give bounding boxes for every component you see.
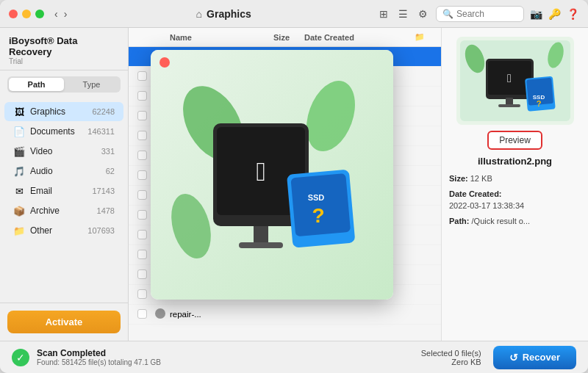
main-content: iBoysoft® Data Recovery Trial Path Type … bbox=[0, 28, 588, 341]
preview-date-label: Date Created: bbox=[449, 189, 502, 198]
file-list-header: Name Size Date Created 📁 bbox=[129, 28, 441, 47]
sidebar-item-documents-count: 146311 bbox=[87, 127, 115, 136]
maximize-button[interactable] bbox=[35, 10, 44, 18]
sidebar-item-email-label: Email bbox=[30, 186, 92, 196]
preview-panel:  SSD ? Preview illustration2.png Size: … bbox=[441, 28, 588, 341]
archive-icon: 📦 bbox=[13, 205, 25, 217]
selected-files-count: Selected 0 file(s) bbox=[421, 349, 481, 358]
help-icon-button[interactable]: ❓ bbox=[567, 8, 579, 20]
preview-popup-image:  ? SSD bbox=[151, 50, 393, 300]
preview-popup-close-button[interactable] bbox=[159, 57, 170, 68]
video-icon: 🎬 bbox=[13, 145, 25, 157]
preview-popup:  ? SSD bbox=[151, 50, 393, 300]
svg-rect-18 bbox=[506, 98, 513, 105]
file-area: Name Size Date Created 📁 illustration2.p… bbox=[129, 28, 441, 341]
documents-icon: 📄 bbox=[13, 126, 25, 137]
preview-path-val: /Quick result o... bbox=[472, 217, 530, 225]
sidebar-item-graphics-count: 62248 bbox=[92, 107, 115, 116]
preview-size-label: Size: bbox=[449, 174, 468, 183]
search-icon: 🔍 bbox=[442, 9, 453, 19]
titlebar-center: ⌂ Graphics bbox=[70, 8, 377, 20]
list-view-button[interactable]: ☰ bbox=[396, 6, 410, 22]
tab-switcher: Path Type bbox=[7, 76, 121, 93]
camera-icon-button[interactable]: 📷 bbox=[530, 8, 542, 20]
filter-button[interactable]: ⚙ bbox=[416, 6, 430, 22]
header-action: 📁 bbox=[415, 32, 432, 42]
tab-type[interactable]: Type bbox=[64, 78, 119, 91]
row-checkbox-13[interactable] bbox=[137, 309, 155, 320]
row-icon-13 bbox=[155, 308, 170, 320]
sidebar-item-video-label: Video bbox=[30, 146, 101, 156]
sidebar-item-documents[interactable]: 📄 Documents 146311 bbox=[4, 122, 123, 141]
titlebar: ‹ › ⌂ Graphics ⊞ ☰ ⚙ 🔍 📷 🔑 ❓ bbox=[0, 0, 588, 28]
scan-sub-text: Found: 581425 file(s) totaling 47.1 GB bbox=[37, 358, 161, 366]
preview-date-value: 2022-03-17 13:38:34 bbox=[449, 201, 524, 210]
sidebar-item-graphics-label: Graphics bbox=[30, 106, 92, 117]
sidebar-item-email[interactable]: ✉ Email 17143 bbox=[4, 181, 123, 200]
app-name: iBoysoft® Data Recovery bbox=[9, 35, 119, 57]
sidebar-item-audio[interactable]: 🎵 Audio 62 bbox=[4, 162, 123, 181]
forward-button[interactable]: › bbox=[61, 7, 71, 21]
sidebar-item-documents-label: Documents bbox=[30, 126, 87, 137]
row-filename-13: repair-... bbox=[170, 310, 245, 319]
preview-size-row: Size: 12 KB bbox=[449, 173, 581, 185]
grid-view-button[interactable]: ⊞ bbox=[377, 6, 390, 22]
table-row[interactable]: repair-... bbox=[129, 305, 441, 325]
svg-text::  bbox=[256, 156, 265, 186]
recover-button[interactable]: ↺ Recover bbox=[493, 346, 576, 369]
app-window: ‹ › ⌂ Graphics ⊞ ☰ ⚙ 🔍 📷 🔑 ❓ iBoysoft® D… bbox=[0, 0, 588, 373]
titlebar-right: ⊞ ☰ ⚙ 🔍 📷 🔑 ❓ bbox=[377, 6, 579, 22]
scan-complete-icon: ✓ bbox=[12, 349, 29, 366]
svg-point-2 bbox=[169, 189, 218, 263]
header-name: Name bbox=[170, 33, 245, 42]
other-icon: 📁 bbox=[13, 225, 25, 236]
email-icon: ✉ bbox=[13, 185, 25, 197]
sidebar-item-other-count: 107693 bbox=[87, 226, 115, 235]
svg-text:SSD: SSD bbox=[308, 193, 325, 202]
svg-rect-4 bbox=[239, 242, 283, 248]
close-button[interactable] bbox=[9, 10, 18, 18]
sidebar: iBoysoft® Data Recovery Trial Path Type … bbox=[0, 28, 129, 341]
search-input[interactable] bbox=[456, 9, 523, 19]
svg-text::  bbox=[507, 72, 512, 84]
preview-button[interactable]: Preview bbox=[487, 131, 542, 150]
key-icon-button[interactable]: 🔑 bbox=[548, 8, 561, 20]
recover-label: Recover bbox=[523, 352, 560, 363]
header-date: Date Created bbox=[304, 33, 415, 42]
recover-icon: ↺ bbox=[509, 352, 518, 363]
sidebar-items: 🖼 Graphics 62248 📄 Documents 146311 🎬 Vi… bbox=[0, 98, 128, 303]
sidebar-item-other[interactable]: 📁 Other 107693 bbox=[4, 221, 123, 240]
sidebar-item-video-count: 331 bbox=[101, 147, 115, 156]
traffic-lights bbox=[9, 10, 44, 18]
app-trial: Trial bbox=[9, 57, 119, 65]
preview-date-row: Date Created: 2022-03-17 13:38:34 bbox=[449, 188, 581, 212]
selected-files-size: Zero KB bbox=[421, 358, 481, 366]
tab-path[interactable]: Path bbox=[9, 78, 64, 91]
audio-icon: 🎵 bbox=[13, 165, 25, 177]
activate-button[interactable]: Activate bbox=[7, 311, 121, 333]
scan-text: Scan Completed Found: 581425 file(s) tot… bbox=[37, 348, 161, 366]
sidebar-item-other-label: Other bbox=[30, 225, 87, 236]
preview-thumbnail-svg:  SSD ? bbox=[460, 40, 570, 121]
sidebar-item-graphics[interactable]: 🖼 Graphics 62248 bbox=[4, 102, 123, 121]
scan-complete-title: Scan Completed bbox=[37, 348, 161, 358]
preview-filename: illustration2.png bbox=[478, 156, 552, 167]
home-button[interactable]: ⌂ bbox=[196, 8, 202, 20]
search-box: 🔍 bbox=[436, 6, 524, 22]
header-size: Size bbox=[245, 33, 304, 42]
preview-meta: Size: 12 KB Date Created: 2022-03-17 13:… bbox=[449, 173, 581, 230]
preview-thumbnail:  SSD ? bbox=[456, 37, 574, 125]
back-button[interactable]: ‹ bbox=[51, 7, 61, 21]
svg-text:?: ? bbox=[312, 204, 324, 227]
sidebar-item-video[interactable]: 🎬 Video 331 bbox=[4, 142, 123, 161]
sidebar-item-archive[interactable]: 📦 Archive 1478 bbox=[4, 201, 123, 220]
status-bar: ✓ Scan Completed Found: 581425 file(s) t… bbox=[0, 341, 588, 373]
sidebar-bottom: Activate bbox=[0, 303, 128, 341]
preview-path-label: Path: bbox=[449, 217, 470, 225]
checkbox-0[interactable] bbox=[137, 51, 147, 61]
graphics-icon: 🖼 bbox=[13, 106, 25, 117]
preview-size-val: 12 KB bbox=[470, 174, 492, 183]
svg-rect-19 bbox=[498, 104, 520, 107]
sidebar-item-email-count: 17143 bbox=[92, 186, 115, 195]
minimize-button[interactable] bbox=[22, 10, 31, 18]
